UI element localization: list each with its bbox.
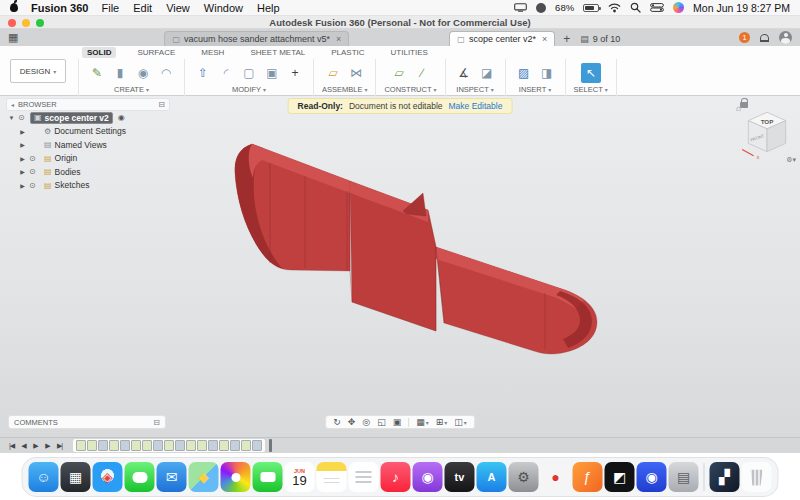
ribbon-tab-solid[interactable]: SOLID <box>82 47 116 58</box>
display-settings-menu[interactable]: ▦ ▾ <box>416 417 429 427</box>
go-to-end-button[interactable]: ▶| <box>54 442 65 450</box>
new-component-icon[interactable]: ▱ <box>323 63 343 83</box>
siri-icon[interactable] <box>673 2 684 13</box>
menu-item[interactable]: Window <box>204 2 243 14</box>
tool-group-dropdown[interactable]: MODIFY ▾ <box>232 85 266 94</box>
disclosure-triangle-icon[interactable]: ▶ <box>19 128 26 135</box>
timeline-extrude-feature[interactable] <box>120 440 130 451</box>
section-analysis-icon[interactable]: ◪ <box>477 63 497 83</box>
joint-icon[interactable]: ⋈ <box>346 63 366 83</box>
activate-component-radio[interactable]: ◉ <box>118 113 125 122</box>
model-body[interactable] <box>235 144 597 354</box>
create-sketch-icon[interactable]: ✎ <box>87 63 107 83</box>
timeline-sketch-feature[interactable] <box>131 440 141 451</box>
maps-icon[interactable]: ◆ <box>189 462 219 492</box>
disclosure-triangle-icon[interactable]: ▶ <box>19 155 26 162</box>
visibility-eye-icon[interactable]: ⊙ <box>29 181 38 190</box>
blue-circle-app-icon[interactable]: ◉ <box>637 462 667 492</box>
ribbon-tab-surface[interactable]: SURFACE <box>132 47 180 58</box>
browser-item-body[interactable]: ▤ Origin <box>41 152 80 164</box>
insert-mesh-icon[interactable]: ◨ <box>537 63 557 83</box>
home-view-icon[interactable]: ⌂ <box>736 104 741 113</box>
visibility-eye-icon[interactable]: ⊙ <box>29 154 38 163</box>
app-store-icon[interactable]: A <box>477 462 507 492</box>
menu-item[interactable]: View <box>166 2 190 14</box>
capcut-icon[interactable]: ◩ <box>605 462 635 492</box>
gray-app-icon[interactable]: ▤ <box>669 462 699 492</box>
red-circle-app-icon[interactable]: ● <box>541 462 571 492</box>
browser-item-body[interactable]: ▤ Named Views <box>41 139 110 151</box>
browser-item-document-settings[interactable]: ▶ ⊙ ⚙ Document Settings ◉ <box>17 125 170 139</box>
data-panel-toggle-icon[interactable]: ▦ <box>8 31 18 44</box>
menu-bar-clock[interactable]: Mon Jun 19 8:27 PM <box>693 2 790 14</box>
menu-item[interactable]: Help <box>257 2 280 14</box>
browser-item-body[interactable]: ⚙ Document Settings <box>41 125 129 137</box>
fillet-icon[interactable]: ◜ <box>216 63 236 83</box>
ribbon-tab-plastic[interactable]: PLASTIC <box>326 47 369 58</box>
browser-item-body[interactable]: ▤ Bodies <box>41 166 84 178</box>
close-tab-icon[interactable]: × <box>336 34 341 44</box>
notes-icon[interactable] <box>317 462 347 492</box>
measure-icon[interactable]: ∡ <box>454 63 474 83</box>
disclosure-triangle-icon[interactable]: ▶ <box>19 141 26 148</box>
facetime-icon[interactable] <box>253 462 283 492</box>
timeline-sketch-feature[interactable] <box>87 440 97 451</box>
close-tab-icon[interactable]: × <box>542 34 547 44</box>
battery-icon[interactable] <box>583 4 599 12</box>
display-icon[interactable] <box>514 3 527 12</box>
disclosure-triangle-icon[interactable]: ▼ <box>8 115 15 121</box>
tool-group-dropdown[interactable]: CREATE ▾ <box>114 85 149 94</box>
browser-item-sketches[interactable]: ▶ ⊙ ▤ Sketches ◉ <box>17 179 170 193</box>
disclosure-triangle-icon[interactable]: ▶ <box>19 182 26 189</box>
ribbon-tab-sheet-metal[interactable]: SHEET METAL <box>245 47 310 58</box>
active-app-name[interactable]: Fusion 360 <box>31 2 88 14</box>
move-icon[interactable]: + <box>285 63 305 83</box>
timeline-extrude-feature[interactable] <box>98 440 108 451</box>
comments-collapse-icon[interactable]: ⊟ <box>153 418 160 427</box>
revolve-icon[interactable]: ◉ <box>133 63 153 83</box>
timeline-sketch-feature[interactable] <box>197 440 207 451</box>
comments-panel[interactable]: COMMENTS ⊟ <box>8 415 166 429</box>
browser-header[interactable]: ◂ BROWSER ⊟ <box>6 98 170 111</box>
safari-icon[interactable]: ◈ <box>93 462 123 492</box>
tv-icon[interactable]: tv <box>445 462 475 492</box>
orbit-icon[interactable]: ↻ <box>333 417 341 427</box>
browser-item-origin[interactable]: ▶ ⊙ ▤ Origin ◉ <box>17 152 170 166</box>
timeline-sketch-feature[interactable] <box>241 440 251 451</box>
browser-item-body[interactable]: ▣ scope center v2 <box>30 112 113 124</box>
settings-icon[interactable]: ⚙ <box>509 462 539 492</box>
timeline-extrude-feature[interactable] <box>252 440 262 451</box>
fit-icon[interactable]: ◱ <box>377 417 386 427</box>
photos-icon[interactable] <box>221 462 251 492</box>
tool-group-dropdown[interactable]: CONSTRUCT ▾ <box>384 85 436 94</box>
look-at-icon[interactable]: ▣ <box>393 417 402 427</box>
step-back-button[interactable]: ◀ <box>18 442 29 450</box>
browser-item-named-views[interactable]: ▶ ⊙ ▤ Named Views ◉ <box>17 138 170 152</box>
mail-icon[interactable]: ✉ <box>157 462 187 492</box>
timeline-position-marker[interactable] <box>269 439 272 452</box>
collapse-arrow-icon[interactable]: ◂ <box>11 101 14 108</box>
ribbon-tab-utilities[interactable]: UTILITIES <box>386 47 433 58</box>
menu-item[interactable]: Edit <box>133 2 152 14</box>
tab-scope-center-v2[interactable]: ▢ scope center v2* × <box>449 31 555 46</box>
music-icon[interactable]: ♪ <box>381 462 411 492</box>
focus-mode-icon[interactable] <box>536 3 546 13</box>
wifi-icon[interactable] <box>608 3 621 13</box>
timeline-extrude-feature[interactable] <box>175 440 185 451</box>
timeline-extrude-feature[interactable] <box>208 440 218 451</box>
browser-item-bodies[interactable]: ▶ ⊙ ▤ Bodies ◉ <box>17 165 170 179</box>
browser-collapse-icon[interactable]: ⊟ <box>158 100 165 109</box>
tool-group-dropdown[interactable]: ASSEMBLE ▾ <box>322 85 367 94</box>
notifications-bell-icon[interactable] <box>760 34 769 42</box>
extrude-icon[interactable]: ▮ <box>110 63 130 83</box>
tab-pager[interactable]: ▤ 9 of 10 <box>580 34 620 44</box>
tool-group-dropdown[interactable]: SELECT ▾ <box>574 85 608 94</box>
launchpad-icon[interactable]: ▦ <box>61 462 91 492</box>
pan-icon[interactable]: ✥ <box>348 417 356 427</box>
browser-item-body[interactable]: ▤ Sketches <box>41 179 93 191</box>
viewport-canvas[interactable]: ◂ BROWSER ⊟ ▼ ⊙ ▣ scope center v2 ◉ ▶ <box>0 96 800 437</box>
timeline-extrude-feature[interactable] <box>230 440 240 451</box>
messages-icon[interactable] <box>125 462 155 492</box>
timeline-extrude-feature[interactable] <box>153 440 163 451</box>
grid-settings-menu[interactable]: ⊞ ▾ <box>436 417 448 427</box>
